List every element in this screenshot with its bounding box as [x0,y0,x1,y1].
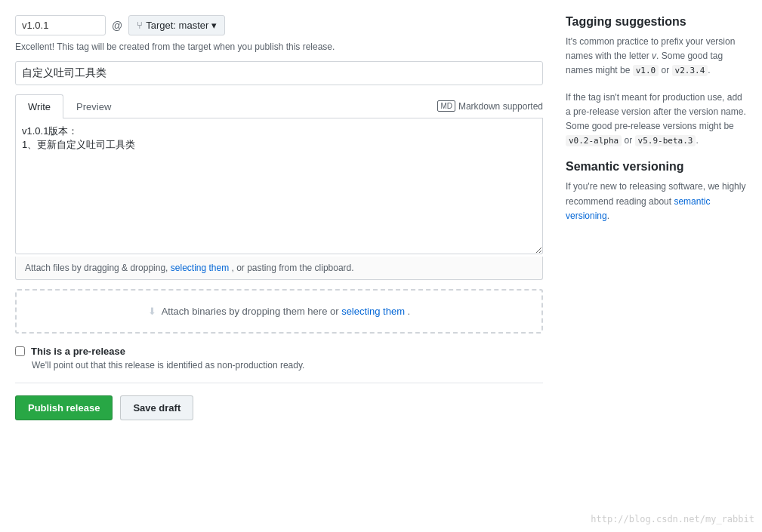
description-textarea[interactable]: v1.0.1版本： 1、更新自定义吐司工具类 [15,118,543,254]
tagging-text: It's common practice to prefix your vers… [566,35,747,78]
semantic-text-1: If you're new to releasing software, we … [566,181,745,206]
at-sign: @ [112,20,122,32]
tab-preview[interactable]: Preview [63,94,124,118]
prerelease-description: We'll point out that this release is ide… [32,360,543,371]
tagging-text-3: or [659,65,671,75]
tagging-code2: v2.3.4 [672,65,708,76]
binary-text: Attach binaries by dropping them here or [162,306,341,317]
binary-period: . [408,306,411,317]
binary-select-link[interactable]: selecting them [341,306,405,317]
helper-text: Excellent! This tag will be created from… [15,42,543,52]
main-content: @ ⑂ Target: master ▾ Excellent! This tag… [15,15,543,420]
markdown-icon: MD [437,100,455,112]
prerelease-text: This is a pre-release [31,346,125,357]
sidebar: Tagging suggestions It's common practice… [566,15,747,420]
tagging-code1: v1.0 [633,65,659,76]
markdown-label: MD Markdown supported [437,94,543,118]
markdown-text: Markdown supported [458,101,543,112]
attach-text-before: Attach files by dragging & dropping, [25,263,171,273]
target-label: Target: master [146,20,208,31]
prerelease-checkbox[interactable] [15,346,25,356]
binary-attach-area[interactable]: ⬇ Attach binaries by dropping them here … [15,289,543,334]
tagging-code3: v0.2-alpha [566,135,622,146]
tagging-text-5: If the tag isn't meant for production us… [566,92,746,131]
tabs-bar: Write Preview MD Markdown supported [15,94,543,118]
tagging-suggestions-title: Tagging suggestions [566,15,747,29]
tagging-text-7: . [696,135,698,146]
save-draft-button[interactable]: Save draft [120,395,193,420]
release-title-input[interactable] [15,61,543,85]
attach-select-link[interactable]: selecting them [171,263,229,273]
target-button[interactable]: ⑂ Target: master ▾ [128,15,225,35]
attach-bar: Attach files by dragging & dropping, sel… [15,257,543,280]
semantic-versioning-title: Semantic versioning [566,160,747,174]
tagging-prerelease-text: If the tag isn't meant for production us… [566,91,747,149]
attach-text-middle: , or pasting from the clipboard. [232,263,354,273]
prerelease-section: This is a pre-release We'll point out th… [15,346,543,383]
tag-input[interactable] [15,15,106,35]
action-buttons: Publish release Save draft [15,395,543,420]
chevron-down-icon: ▾ [211,20,217,31]
semantic-text: If you're new to releasing software, we … [566,180,747,223]
publish-release-button[interactable]: Publish release [15,395,113,420]
semantic-text-2: . [607,211,609,221]
tagging-text-6: or [622,135,634,146]
tagging-text-4: . [708,65,710,75]
branch-icon: ⑂ [137,20,143,31]
prerelease-label[interactable]: This is a pre-release [15,346,543,357]
tag-row: @ ⑂ Target: master ▾ [15,15,543,35]
tab-write[interactable]: Write [15,94,63,118]
tagging-code4: v5.9-beta.3 [635,135,696,146]
download-icon: ⬇ [148,306,156,317]
